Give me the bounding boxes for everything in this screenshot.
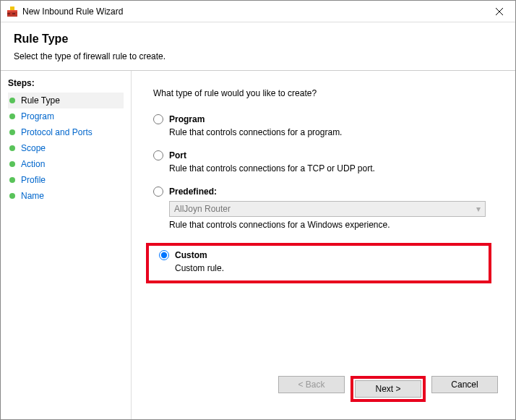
firewall-icon [7,6,18,17]
main-panel: What type of rule would you like to crea… [131,71,515,419]
bullet-icon [9,113,15,119]
step-label: Program [21,111,54,121]
radio-custom[interactable] [159,250,169,260]
option-port-desc: Rule that controls connections for a TCP… [169,163,502,173]
rule-type-options: Program Rule that controls connections f… [147,114,502,293]
step-label: Action [21,159,45,169]
prompt-text: What type of rule would you like to crea… [153,88,494,98]
titlebar: New Inbound Rule Wizard [1,1,515,22]
steps-heading: Steps: [8,78,124,88]
option-custom-row[interactable]: Custom [159,250,484,260]
option-program: Program Rule that controls connections f… [147,114,502,137]
svg-rect-2 [10,7,14,10]
page-title: Rule Type [14,33,502,46]
svg-rect-3 [7,13,10,14]
option-predefined-row[interactable]: Predefined: [153,187,502,197]
predefined-selected: AllJoyn Router [174,204,231,214]
bullet-icon [9,98,15,103]
bullet-icon [9,193,15,199]
step-scope[interactable]: Scope [8,140,124,156]
page-subtitle: Select the type of firewall rule to crea… [14,51,502,61]
step-label: Name [21,191,44,201]
radio-program[interactable] [153,114,163,124]
bullet-icon [9,129,15,135]
step-profile[interactable]: Profile [8,172,124,188]
close-icon [496,8,503,15]
option-predefined-label: Predefined: [169,187,217,197]
radio-predefined[interactable] [153,187,163,197]
step-label: Scope [21,143,46,153]
next-button[interactable]: Next > [355,380,421,398]
step-label: Protocol and Ports [21,127,93,137]
option-predefined-desc: Rule that controls connections for a Win… [169,220,502,230]
option-custom: Custom Custom rule. [153,250,484,273]
radio-port[interactable] [153,150,163,160]
bullet-icon [9,177,15,183]
steps-sidebar: Steps: Rule Type Program Protocol and Po… [1,71,131,419]
cancel-button[interactable]: Cancel [431,376,498,393]
step-label: Rule Type [21,95,60,106]
step-protocol-ports[interactable]: Protocol and Ports [8,124,124,140]
option-predefined: Predefined: AllJoyn Router ▾ Rule that c… [147,187,502,230]
option-port: Port Rule that controls connections for … [147,150,502,173]
svg-rect-1 [7,10,17,12]
option-port-row[interactable]: Port [153,150,502,160]
wizard-window: New Inbound Rule Wizard Rule Type Select… [0,0,516,420]
body: Steps: Rule Type Program Protocol and Po… [1,71,515,419]
chevron-down-icon: ▾ [476,204,481,214]
option-program-label: Program [169,114,205,124]
bullet-icon [9,161,15,167]
window-title: New Inbound Rule Wizard [22,7,483,17]
step-rule-type[interactable]: Rule Type [8,93,124,108]
highlight-custom: Custom Custom rule. [146,243,491,283]
close-button[interactable] [483,1,515,22]
step-action[interactable]: Action [8,156,124,172]
back-button: < Back [278,376,345,393]
option-custom-label: Custom [175,250,207,260]
svg-rect-4 [12,13,15,14]
predefined-select: AllJoyn Router ▾ [169,201,486,217]
option-port-label: Port [169,150,186,160]
footer-buttons: < Back Next > Cancel [145,370,502,412]
bullet-icon [9,145,15,151]
option-program-desc: Rule that controls connections for a pro… [169,127,502,137]
option-program-row[interactable]: Program [153,114,502,124]
step-program[interactable]: Program [8,108,124,124]
header: Rule Type Select the type of firewall ru… [1,22,515,70]
highlight-next: Next > [351,376,426,402]
option-custom-desc: Custom rule. [175,263,484,273]
step-label: Profile [21,175,46,185]
step-name[interactable]: Name [8,188,124,204]
